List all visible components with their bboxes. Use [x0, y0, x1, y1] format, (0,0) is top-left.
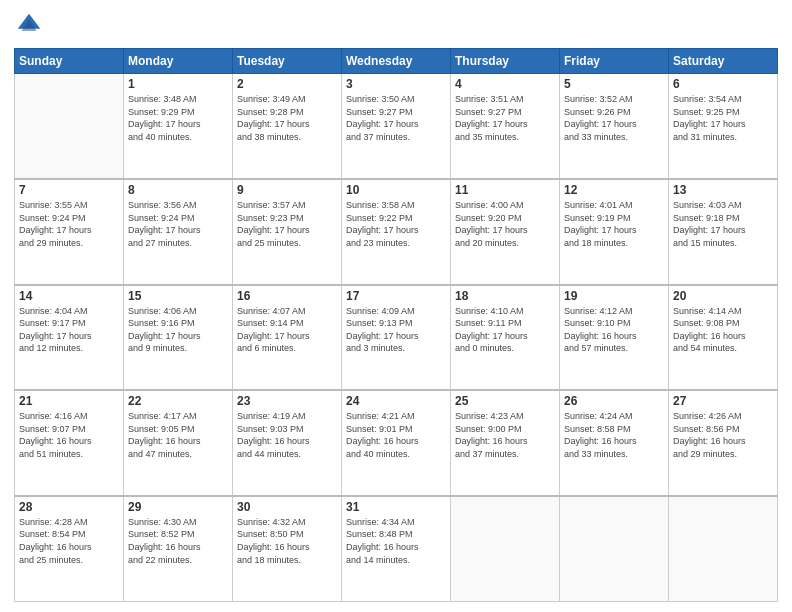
- day-info: Sunrise: 4:03 AM Sunset: 9:18 PM Dayligh…: [673, 199, 773, 249]
- day-number: 11: [455, 183, 555, 197]
- day-number: 25: [455, 394, 555, 408]
- calendar-cell: 31Sunrise: 4:34 AM Sunset: 8:48 PM Dayli…: [342, 496, 451, 602]
- day-number: 21: [19, 394, 119, 408]
- calendar-cell: 18Sunrise: 4:10 AM Sunset: 9:11 PM Dayli…: [451, 285, 560, 391]
- calendar-cell: 12Sunrise: 4:01 AM Sunset: 9:19 PM Dayli…: [560, 179, 669, 285]
- calendar-cell: 4Sunrise: 3:51 AM Sunset: 9:27 PM Daylig…: [451, 74, 560, 180]
- day-info: Sunrise: 4:10 AM Sunset: 9:11 PM Dayligh…: [455, 305, 555, 355]
- calendar-cell: 25Sunrise: 4:23 AM Sunset: 9:00 PM Dayli…: [451, 390, 560, 496]
- calendar-table: SundayMondayTuesdayWednesdayThursdayFrid…: [14, 48, 778, 602]
- weekday-header-sunday: Sunday: [15, 49, 124, 74]
- day-info: Sunrise: 4:01 AM Sunset: 9:19 PM Dayligh…: [564, 199, 664, 249]
- calendar-week-row: 7Sunrise: 3:55 AM Sunset: 9:24 PM Daylig…: [15, 179, 778, 285]
- day-number: 18: [455, 289, 555, 303]
- calendar-cell: [669, 496, 778, 602]
- day-info: Sunrise: 4:07 AM Sunset: 9:14 PM Dayligh…: [237, 305, 337, 355]
- day-number: 8: [128, 183, 228, 197]
- day-info: Sunrise: 4:14 AM Sunset: 9:08 PM Dayligh…: [673, 305, 773, 355]
- day-number: 14: [19, 289, 119, 303]
- calendar-cell: [451, 496, 560, 602]
- calendar-cell: 11Sunrise: 4:00 AM Sunset: 9:20 PM Dayli…: [451, 179, 560, 285]
- calendar-cell: 14Sunrise: 4:04 AM Sunset: 9:17 PM Dayli…: [15, 285, 124, 391]
- calendar-cell: 29Sunrise: 4:30 AM Sunset: 8:52 PM Dayli…: [124, 496, 233, 602]
- calendar-cell: 27Sunrise: 4:26 AM Sunset: 8:56 PM Dayli…: [669, 390, 778, 496]
- day-number: 27: [673, 394, 773, 408]
- calendar-cell: 23Sunrise: 4:19 AM Sunset: 9:03 PM Dayli…: [233, 390, 342, 496]
- day-number: 23: [237, 394, 337, 408]
- calendar-cell: 30Sunrise: 4:32 AM Sunset: 8:50 PM Dayli…: [233, 496, 342, 602]
- day-number: 22: [128, 394, 228, 408]
- day-info: Sunrise: 3:52 AM Sunset: 9:26 PM Dayligh…: [564, 93, 664, 143]
- calendar-cell: [15, 74, 124, 180]
- calendar-week-row: 1Sunrise: 3:48 AM Sunset: 9:29 PM Daylig…: [15, 74, 778, 180]
- day-number: 3: [346, 77, 446, 91]
- day-number: 12: [564, 183, 664, 197]
- day-info: Sunrise: 4:34 AM Sunset: 8:48 PM Dayligh…: [346, 516, 446, 566]
- calendar-cell: 2Sunrise: 3:49 AM Sunset: 9:28 PM Daylig…: [233, 74, 342, 180]
- day-number: 1: [128, 77, 228, 91]
- day-number: 4: [455, 77, 555, 91]
- calendar-cell: 1Sunrise: 3:48 AM Sunset: 9:29 PM Daylig…: [124, 74, 233, 180]
- header: [14, 10, 778, 40]
- day-info: Sunrise: 4:21 AM Sunset: 9:01 PM Dayligh…: [346, 410, 446, 460]
- day-info: Sunrise: 4:00 AM Sunset: 9:20 PM Dayligh…: [455, 199, 555, 249]
- day-number: 28: [19, 500, 119, 514]
- day-info: Sunrise: 3:50 AM Sunset: 9:27 PM Dayligh…: [346, 93, 446, 143]
- calendar-cell: 6Sunrise: 3:54 AM Sunset: 9:25 PM Daylig…: [669, 74, 778, 180]
- day-number: 19: [564, 289, 664, 303]
- logo: [14, 10, 48, 40]
- day-number: 5: [564, 77, 664, 91]
- day-info: Sunrise: 3:49 AM Sunset: 9:28 PM Dayligh…: [237, 93, 337, 143]
- calendar-week-row: 28Sunrise: 4:28 AM Sunset: 8:54 PM Dayli…: [15, 496, 778, 602]
- day-info: Sunrise: 4:16 AM Sunset: 9:07 PM Dayligh…: [19, 410, 119, 460]
- day-number: 31: [346, 500, 446, 514]
- day-info: Sunrise: 3:48 AM Sunset: 9:29 PM Dayligh…: [128, 93, 228, 143]
- calendar-cell: 9Sunrise: 3:57 AM Sunset: 9:23 PM Daylig…: [233, 179, 342, 285]
- day-info: Sunrise: 3:51 AM Sunset: 9:27 PM Dayligh…: [455, 93, 555, 143]
- calendar-cell: 3Sunrise: 3:50 AM Sunset: 9:27 PM Daylig…: [342, 74, 451, 180]
- calendar-week-row: 21Sunrise: 4:16 AM Sunset: 9:07 PM Dayli…: [15, 390, 778, 496]
- day-number: 9: [237, 183, 337, 197]
- day-info: Sunrise: 4:30 AM Sunset: 8:52 PM Dayligh…: [128, 516, 228, 566]
- calendar-week-row: 14Sunrise: 4:04 AM Sunset: 9:17 PM Dayli…: [15, 285, 778, 391]
- calendar-header-row: SundayMondayTuesdayWednesdayThursdayFrid…: [15, 49, 778, 74]
- weekday-header-thursday: Thursday: [451, 49, 560, 74]
- day-number: 7: [19, 183, 119, 197]
- calendar-cell: [560, 496, 669, 602]
- calendar-cell: 17Sunrise: 4:09 AM Sunset: 9:13 PM Dayli…: [342, 285, 451, 391]
- day-info: Sunrise: 4:06 AM Sunset: 9:16 PM Dayligh…: [128, 305, 228, 355]
- day-number: 2: [237, 77, 337, 91]
- day-number: 20: [673, 289, 773, 303]
- calendar-cell: 5Sunrise: 3:52 AM Sunset: 9:26 PM Daylig…: [560, 74, 669, 180]
- weekday-header-friday: Friday: [560, 49, 669, 74]
- calendar-cell: 13Sunrise: 4:03 AM Sunset: 9:18 PM Dayli…: [669, 179, 778, 285]
- day-number: 13: [673, 183, 773, 197]
- day-info: Sunrise: 3:54 AM Sunset: 9:25 PM Dayligh…: [673, 93, 773, 143]
- day-info: Sunrise: 4:32 AM Sunset: 8:50 PM Dayligh…: [237, 516, 337, 566]
- day-info: Sunrise: 4:23 AM Sunset: 9:00 PM Dayligh…: [455, 410, 555, 460]
- day-info: Sunrise: 4:09 AM Sunset: 9:13 PM Dayligh…: [346, 305, 446, 355]
- day-info: Sunrise: 3:55 AM Sunset: 9:24 PM Dayligh…: [19, 199, 119, 249]
- weekday-header-tuesday: Tuesday: [233, 49, 342, 74]
- day-info: Sunrise: 4:24 AM Sunset: 8:58 PM Dayligh…: [564, 410, 664, 460]
- day-number: 15: [128, 289, 228, 303]
- weekday-header-monday: Monday: [124, 49, 233, 74]
- calendar-cell: 8Sunrise: 3:56 AM Sunset: 9:24 PM Daylig…: [124, 179, 233, 285]
- day-number: 29: [128, 500, 228, 514]
- day-number: 10: [346, 183, 446, 197]
- weekday-header-saturday: Saturday: [669, 49, 778, 74]
- weekday-header-wednesday: Wednesday: [342, 49, 451, 74]
- calendar-cell: 19Sunrise: 4:12 AM Sunset: 9:10 PM Dayli…: [560, 285, 669, 391]
- day-info: Sunrise: 3:56 AM Sunset: 9:24 PM Dayligh…: [128, 199, 228, 249]
- day-number: 6: [673, 77, 773, 91]
- calendar-cell: 21Sunrise: 4:16 AM Sunset: 9:07 PM Dayli…: [15, 390, 124, 496]
- calendar-cell: 15Sunrise: 4:06 AM Sunset: 9:16 PM Dayli…: [124, 285, 233, 391]
- day-info: Sunrise: 4:19 AM Sunset: 9:03 PM Dayligh…: [237, 410, 337, 460]
- page: SundayMondayTuesdayWednesdayThursdayFrid…: [0, 0, 792, 612]
- calendar-cell: 22Sunrise: 4:17 AM Sunset: 9:05 PM Dayli…: [124, 390, 233, 496]
- calendar-cell: 26Sunrise: 4:24 AM Sunset: 8:58 PM Dayli…: [560, 390, 669, 496]
- day-number: 24: [346, 394, 446, 408]
- day-info: Sunrise: 4:04 AM Sunset: 9:17 PM Dayligh…: [19, 305, 119, 355]
- calendar-cell: 7Sunrise: 3:55 AM Sunset: 9:24 PM Daylig…: [15, 179, 124, 285]
- day-info: Sunrise: 4:17 AM Sunset: 9:05 PM Dayligh…: [128, 410, 228, 460]
